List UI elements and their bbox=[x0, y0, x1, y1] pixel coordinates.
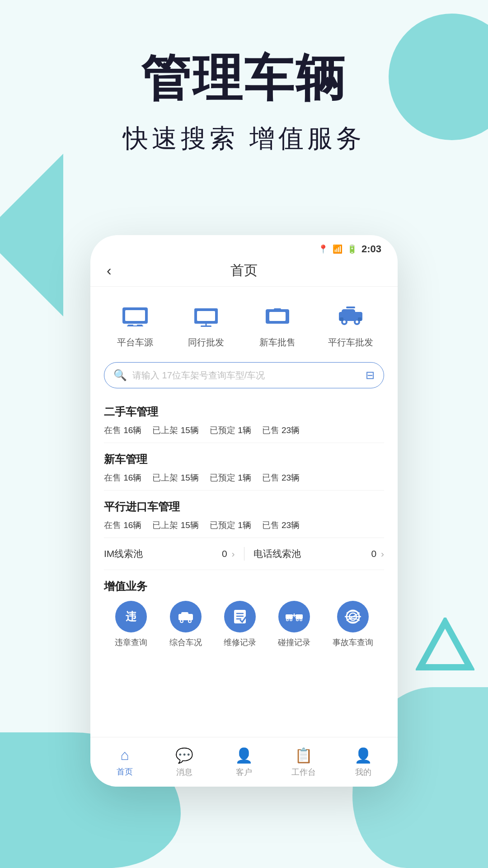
phone-lead-value-arrow: 0 › bbox=[371, 548, 384, 559]
svg-rect-20 bbox=[358, 317, 361, 321]
home-label: 首页 bbox=[117, 766, 133, 777]
home-icon: ⌂ bbox=[120, 747, 129, 764]
pi-stat-sold: 已售 23辆 bbox=[262, 519, 300, 531]
message-icon: 💬 bbox=[175, 747, 193, 764]
search-bar[interactable]: 🔍 请输入 17位车架号查询车型/车况 ⊟ bbox=[104, 362, 384, 388]
svg-rect-11 bbox=[269, 312, 286, 321]
parallel-car-label: 平行车批发 bbox=[328, 336, 373, 349]
lead-pool-section: IM线索池 0 › 电话线索池 0 › bbox=[90, 540, 398, 568]
svg-point-17 bbox=[356, 321, 358, 323]
svg-marker-0 bbox=[420, 622, 470, 667]
svg-rect-32 bbox=[286, 614, 293, 619]
pi-stat-onsale: 在售 16辆 bbox=[104, 519, 141, 531]
used-car-stat-sold: 已售 23辆 bbox=[262, 425, 300, 436]
svg-rect-5 bbox=[127, 326, 143, 326]
message-label: 消息 bbox=[176, 767, 192, 778]
violation-label: 违章查询 bbox=[115, 637, 147, 648]
im-lead-pool[interactable]: IM线索池 0 › bbox=[104, 547, 235, 560]
accident-label: 事故车查询 bbox=[333, 637, 373, 648]
maintenance-icon bbox=[224, 601, 256, 632]
value-services-section: 增值业务 违 违章查询 bbox=[90, 572, 398, 652]
quick-item-peer-wholesale[interactable]: 同行批发 bbox=[186, 300, 226, 349]
customer-icon: 👤 bbox=[235, 747, 253, 764]
hero-title: 管理车辆 bbox=[0, 45, 488, 113]
used-car-title: 二手车管理 bbox=[104, 405, 384, 419]
new-car-label: 新车批售 bbox=[259, 336, 296, 349]
nav-bar: ‹ 首页 bbox=[90, 255, 398, 287]
im-lead-arrow: › bbox=[232, 548, 235, 559]
used-car-section: 二手车管理 在售 16辆 已上架 15辆 已预定 1辆 已售 23辆 bbox=[90, 397, 398, 441]
quick-access-section: 平台车源 同行批发 新车批售 bbox=[90, 287, 398, 358]
peer-wholesale-icon bbox=[186, 300, 226, 332]
svg-rect-7 bbox=[197, 311, 215, 321]
location-icon: 📍 bbox=[318, 244, 328, 254]
im-lead-value-arrow: 0 › bbox=[222, 548, 235, 559]
nav-workbench[interactable]: 📋 工作台 bbox=[274, 747, 333, 778]
nav-mine[interactable]: 👤 我的 bbox=[333, 747, 393, 778]
back-button[interactable]: ‹ bbox=[107, 262, 112, 279]
value-services-title: 增值业务 bbox=[104, 579, 384, 594]
accident-icon bbox=[337, 601, 369, 632]
svg-point-34 bbox=[287, 619, 288, 621]
hero-subtitle: 快速搜索 增值服务 bbox=[0, 122, 488, 156]
quick-item-platform-car[interactable]: 平台车源 bbox=[115, 300, 155, 349]
svg-point-26 bbox=[189, 620, 191, 622]
peer-wholesale-label: 同行批发 bbox=[188, 336, 224, 349]
parallel-car-icon bbox=[330, 300, 371, 332]
svg-rect-19 bbox=[340, 317, 343, 321]
bg-decoration-triangle-left bbox=[0, 154, 63, 316]
status-time: 2:03 bbox=[361, 243, 381, 255]
used-car-stat-listed: 已上架 15辆 bbox=[152, 425, 198, 436]
parallel-import-title: 平行进口车管理 bbox=[104, 500, 384, 514]
parallel-import-section: 平行进口车管理 在售 16辆 已上架 15辆 已预定 1辆 已售 23辆 bbox=[90, 492, 398, 536]
overall-condition[interactable]: 综合车况 bbox=[169, 601, 202, 648]
mine-label: 我的 bbox=[355, 767, 371, 778]
svg-rect-37 bbox=[296, 614, 303, 619]
hero-section: 管理车辆 快速搜索 增值服务 bbox=[0, 45, 488, 156]
platform-car-label: 平台车源 bbox=[117, 336, 153, 349]
new-car-icon bbox=[257, 300, 298, 332]
bg-decoration-triangle-right bbox=[416, 618, 474, 674]
scan-icon[interactable]: ⊟ bbox=[366, 369, 375, 382]
divider-2 bbox=[104, 490, 384, 491]
new-car-stat-reserved: 已预定 1辆 bbox=[210, 472, 251, 484]
im-lead-value: 0 bbox=[222, 548, 227, 559]
collision-record[interactable]: 碰撞记录 bbox=[278, 601, 310, 648]
search-placeholder: 请输入 17位车架号查询车型/车况 bbox=[132, 369, 366, 382]
svg-point-15 bbox=[343, 321, 346, 323]
phone-lead-pool[interactable]: 电话线索池 0 › bbox=[253, 547, 385, 560]
quick-item-parallel-car[interactable]: 平行车批发 bbox=[328, 300, 373, 349]
quick-item-new-car[interactable]: 新车批售 bbox=[257, 300, 298, 349]
svg-rect-12 bbox=[274, 308, 281, 311]
search-icon: 🔍 bbox=[113, 369, 127, 382]
phone-lead-arrow: › bbox=[381, 548, 384, 559]
signal-icon: 📶 bbox=[333, 244, 343, 254]
mine-icon: 👤 bbox=[354, 747, 372, 764]
new-car-stat-onsale: 在售 16辆 bbox=[104, 472, 141, 484]
nav-home[interactable]: ⌂ 首页 bbox=[95, 747, 155, 777]
battery-icon: 🔋 bbox=[347, 244, 357, 254]
pi-stat-reserved: 已预定 1辆 bbox=[210, 519, 251, 531]
divider-4 bbox=[104, 570, 384, 570]
nav-message[interactable]: 💬 消息 bbox=[155, 747, 214, 778]
workbench-label: 工作台 bbox=[291, 767, 316, 778]
svg-point-41 bbox=[300, 619, 302, 621]
workbench-icon: 📋 bbox=[295, 747, 313, 764]
overall-icon bbox=[170, 601, 202, 632]
violation-query[interactable]: 违 违章查询 bbox=[115, 601, 147, 648]
lead-pool-divider bbox=[244, 547, 244, 561]
collision-label: 碰撞记录 bbox=[278, 637, 310, 648]
accident-query[interactable]: 事故车查询 bbox=[333, 601, 373, 648]
maintenance-record[interactable]: 维修记录 bbox=[224, 601, 256, 648]
parallel-import-stats: 在售 16辆 已上架 15辆 已预定 1辆 已售 23辆 bbox=[104, 519, 384, 531]
page-title: 首页 bbox=[230, 261, 258, 280]
maintenance-label: 维修记录 bbox=[224, 637, 256, 648]
status-bar: 📍 📶 🔋 2:03 bbox=[90, 235, 398, 255]
new-car-title: 新车管理 bbox=[104, 452, 384, 467]
pi-stat-listed: 已上架 15辆 bbox=[152, 519, 198, 531]
new-car-section: 新车管理 在售 16辆 已上架 15辆 已预定 1辆 已售 23辆 bbox=[90, 445, 398, 488]
phone-lead-label: 电话线索池 bbox=[253, 547, 301, 560]
divider-1 bbox=[104, 443, 384, 443]
nav-customer[interactable]: 👤 客户 bbox=[214, 747, 274, 778]
new-car-stat-sold: 已售 23辆 bbox=[262, 472, 300, 484]
